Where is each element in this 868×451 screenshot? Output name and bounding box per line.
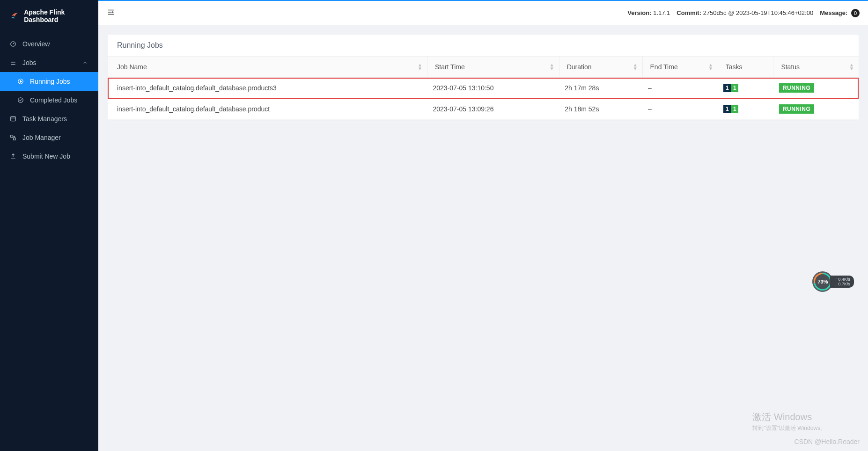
sidebar: Apache Flink Dashboard Overview Jobs Run…: [0, 0, 98, 451]
play-circle-icon: [17, 78, 24, 85]
cluster-icon: [9, 134, 17, 141]
tasks-created-badge: 1: [723, 105, 731, 113]
cell-tasks: 11: [718, 78, 773, 99]
cell-start-time: 2023-07-05 13:10:50: [427, 78, 559, 99]
col-job-name[interactable]: Job Name▲▼: [108, 57, 427, 78]
topbar: Version: 1.17.1 Commit: 2750d5c @ 2023-0…: [98, 0, 868, 25]
svg-rect-5: [14, 138, 16, 140]
sidebar-item-label: Running Jobs: [30, 78, 70, 85]
cell-status: RUNNING: [773, 78, 859, 99]
message-count-badge: 0: [851, 9, 860, 17]
list-icon: [9, 59, 17, 66]
commit-label: Commit:: [677, 9, 701, 16]
sidebar-item-completed-jobs[interactable]: Completed Jobs: [0, 91, 98, 109]
sidebar-item-submit-job[interactable]: Submit New Job: [0, 147, 98, 166]
message-info[interactable]: Message: 0: [820, 9, 860, 17]
table-row[interactable]: insert-into_default_catalog.default_data…: [108, 78, 859, 99]
svg-rect-4: [11, 135, 13, 138]
content: Running Jobs Job Name▲▼ Start Time▲▼ Dur…: [98, 25, 868, 451]
sidebar-item-job-manager[interactable]: Job Manager: [0, 128, 98, 147]
schedule-icon: [9, 115, 17, 123]
main: Version: 1.17.1 Commit: 2750d5c @ 2023-0…: [98, 0, 868, 451]
sidebar-item-jobs[interactable]: Jobs: [0, 53, 98, 72]
sidebar-item-label: Job Manager: [22, 134, 61, 141]
running-jobs-panel: Running Jobs Job Name▲▼ Start Time▲▼ Dur…: [108, 35, 859, 120]
sort-icon: ▲▼: [708, 63, 713, 71]
cell-job-name: insert-into_default_catalog.default_data…: [108, 99, 427, 120]
col-duration[interactable]: Duration▲▼: [559, 57, 642, 78]
sidebar-item-label: Completed Jobs: [30, 96, 77, 104]
cell-tasks: 11: [718, 99, 773, 120]
panel-title: Running Jobs: [108, 35, 859, 57]
sort-icon: ▲▼: [550, 63, 554, 71]
col-start-time[interactable]: Start Time▲▼: [427, 57, 559, 78]
svg-point-2: [18, 98, 23, 103]
jobs-table: Job Name▲▼ Start Time▲▼ Duration▲▼ End T…: [108, 57, 859, 120]
sidebar-item-label: Jobs: [22, 59, 37, 66]
commit-value: 2750d5c @ 2023-05-19T10:45:46+02:00: [703, 9, 813, 16]
cell-end-time: –: [642, 99, 718, 120]
status-badge: RUNNING: [779, 104, 815, 114]
menu-fold-icon[interactable]: [107, 8, 115, 18]
sidebar-item-task-managers[interactable]: Task Managers: [0, 109, 98, 128]
table-row[interactable]: insert-into_default_catalog.default_data…: [108, 99, 859, 120]
sidebar-item-label: Submit New Job: [22, 153, 70, 160]
col-tasks: Tasks: [718, 57, 773, 78]
cell-duration: 2h 18m 52s: [559, 99, 642, 120]
sort-icon: ▲▼: [418, 63, 422, 71]
dashboard-icon: [9, 40, 17, 48]
sidebar-item-running-jobs[interactable]: Running Jobs: [0, 72, 98, 91]
tasks-running-badge: 1: [731, 105, 738, 113]
col-end-time[interactable]: End Time▲▼: [642, 57, 718, 78]
cell-duration: 2h 17m 28s: [559, 78, 642, 99]
cell-start-time: 2023-07-05 13:09:26: [427, 99, 559, 120]
svg-rect-3: [11, 116, 16, 121]
brand-title: Apache Flink Dashboard: [24, 8, 91, 23]
sidebar-item-overview[interactable]: Overview: [0, 35, 98, 53]
check-circle-icon: [17, 96, 24, 104]
sidebar-item-label: Overview: [22, 40, 50, 48]
cell-status: RUNNING: [773, 99, 859, 120]
sort-icon: ▲▼: [633, 63, 638, 71]
version-value: 1.17.1: [653, 9, 670, 16]
message-label: Message:: [820, 9, 847, 16]
tasks-running-badge: 1: [731, 84, 738, 92]
cell-end-time: –: [642, 78, 718, 99]
version-label: Version:: [627, 9, 651, 16]
cell-job-name: insert-into_default_catalog.default_data…: [108, 78, 427, 99]
flink-logo-icon: [10, 11, 19, 21]
sidebar-item-label: Task Managers: [22, 115, 67, 123]
status-badge: RUNNING: [779, 83, 815, 93]
brand: Apache Flink Dashboard: [0, 0, 98, 35]
col-status[interactable]: Status▲▼: [773, 57, 859, 78]
sort-icon: ▲▼: [849, 63, 854, 71]
version-info: Version: 1.17.1: [627, 9, 670, 16]
commit-info: Commit: 2750d5c @ 2023-05-19T10:45:46+02…: [677, 9, 813, 16]
tasks-created-badge: 1: [723, 84, 731, 92]
upload-icon: [9, 153, 17, 160]
chevron-up-icon: [81, 59, 89, 66]
